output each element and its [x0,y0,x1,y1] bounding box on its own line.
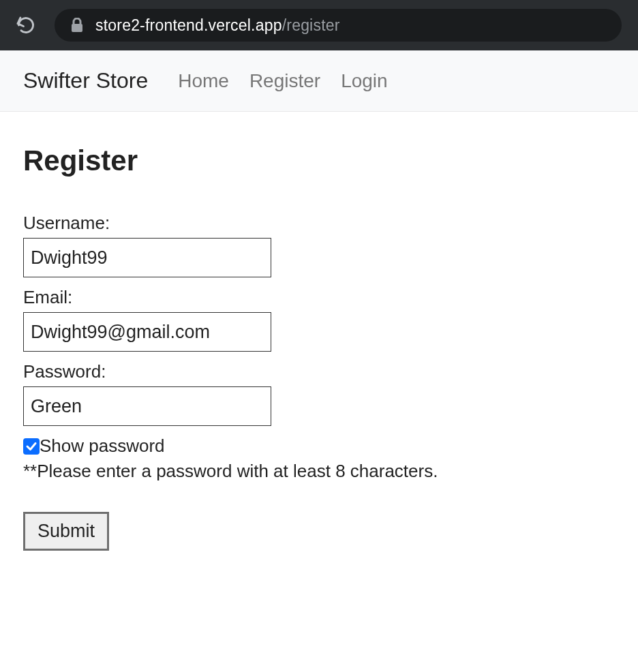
submit-button[interactable]: Submit [23,512,109,551]
url-host: store2-frontend.vercel.app [95,16,282,34]
email-group: Email: [23,287,615,352]
password-hint: **Please enter a password with at least … [23,461,615,482]
brand[interactable]: Swifter Store [23,68,148,93]
show-password-checkbox[interactable] [23,438,40,455]
email-input[interactable] [23,312,271,352]
username-label: Username: [23,213,615,234]
url-text: store2-frontend.vercel.app/register [95,16,340,35]
check-icon [25,440,37,453]
svg-rect-0 [72,24,82,32]
main-nav: Home Register Login [178,70,387,92]
nav-home[interactable]: Home [178,70,229,92]
nav-register[interactable]: Register [249,70,320,92]
show-password-row: Show password [23,436,615,457]
main-content: Register Username: Email: Password: Show… [0,112,638,583]
password-group: Password: [23,361,615,426]
browser-chrome: store2-frontend.vercel.app/register [0,0,638,50]
username-group: Username: [23,213,615,277]
reload-button[interactable] [16,16,35,35]
page-title: Register [23,144,615,177]
show-password-label: Show password [40,436,165,457]
lock-icon [71,18,83,33]
url-path: /register [282,16,340,34]
url-bar[interactable]: store2-frontend.vercel.app/register [55,9,622,42]
username-input[interactable] [23,238,271,277]
nav-login[interactable]: Login [341,70,388,92]
site-header: Swifter Store Home Register Login [0,50,638,112]
password-label: Password: [23,361,615,382]
register-form: Username: Email: Password: Show password… [23,213,615,551]
password-input[interactable] [23,386,271,426]
reload-icon [16,16,35,35]
email-label: Email: [23,287,615,308]
